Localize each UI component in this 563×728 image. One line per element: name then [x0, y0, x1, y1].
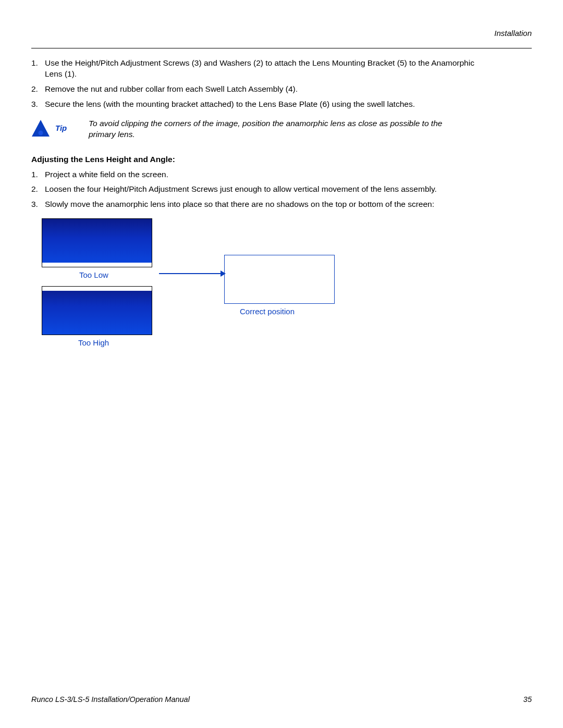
list-text: Loosen the four Height/Pitch Adjustment …	[45, 184, 437, 195]
instruction-list-2: 1. Project a white field on the screen. …	[31, 169, 474, 211]
list-text: Use the Height/Pitch Adjustment Screws (…	[45, 58, 474, 80]
list-text: Secure the lens (with the mounting brack…	[45, 99, 415, 110]
list-text: Slowly move the anamorphic lens into pla…	[45, 199, 434, 210]
footer-page-number: 35	[523, 695, 532, 704]
list-number: 1.	[31, 58, 45, 80]
screen-correct	[224, 255, 335, 304]
white-band	[42, 287, 152, 291]
header-rule	[31, 48, 532, 48]
section-heading: Adjusting the Lens Height and Angle:	[31, 155, 532, 164]
header-section: Installation	[31, 29, 532, 38]
list-number: 2.	[31, 84, 45, 95]
list-text: Remove the nut and rubber collar from ea…	[45, 84, 298, 95]
instruction-list-1: 1. Use the Height/Pitch Adjustment Screw…	[31, 58, 474, 110]
list-text: Project a white field on the screen.	[45, 169, 168, 180]
screen-too-low	[42, 218, 152, 267]
list-number: 1.	[31, 169, 45, 180]
footer-title: Runco LS-3/LS-5 Installation/Operation M…	[31, 695, 523, 704]
list-item: 2. Remove the nut and rubber collar from…	[31, 84, 474, 95]
tip-text: To avoid clipping the corners of the ima…	[89, 118, 454, 140]
list-item: 1. Project a white field on the screen.	[31, 169, 474, 180]
list-number: 3.	[31, 99, 45, 110]
tip-callout: Tip To avoid clipping the corners of the…	[31, 118, 532, 140]
screen-too-high	[42, 286, 152, 335]
list-item: 1. Use the Height/Pitch Adjustment Screw…	[31, 58, 474, 80]
label-too-low: Too Low	[79, 270, 108, 279]
tip-icon-cell: Tip	[31, 118, 89, 137]
tip-triangle-icon	[31, 119, 50, 137]
label-too-high: Too High	[78, 338, 109, 347]
lens-position-diagram: Too Low Too High Correct position	[31, 218, 532, 375]
list-number: 3.	[31, 199, 45, 210]
svg-point-1	[39, 130, 43, 135]
page-footer: Runco LS-3/LS-5 Installation/Operation M…	[31, 695, 532, 704]
list-item: 3. Secure the lens (with the mounting br…	[31, 99, 474, 110]
white-band	[42, 263, 152, 267]
label-correct: Correct position	[240, 307, 295, 316]
arrow-line	[159, 273, 224, 274]
tip-label: Tip	[55, 124, 67, 132]
list-item: 3. Slowly move the anamorphic lens into …	[31, 199, 474, 210]
list-number: 2.	[31, 184, 45, 195]
list-item: 2. Loosen the four Height/Pitch Adjustme…	[31, 184, 474, 195]
